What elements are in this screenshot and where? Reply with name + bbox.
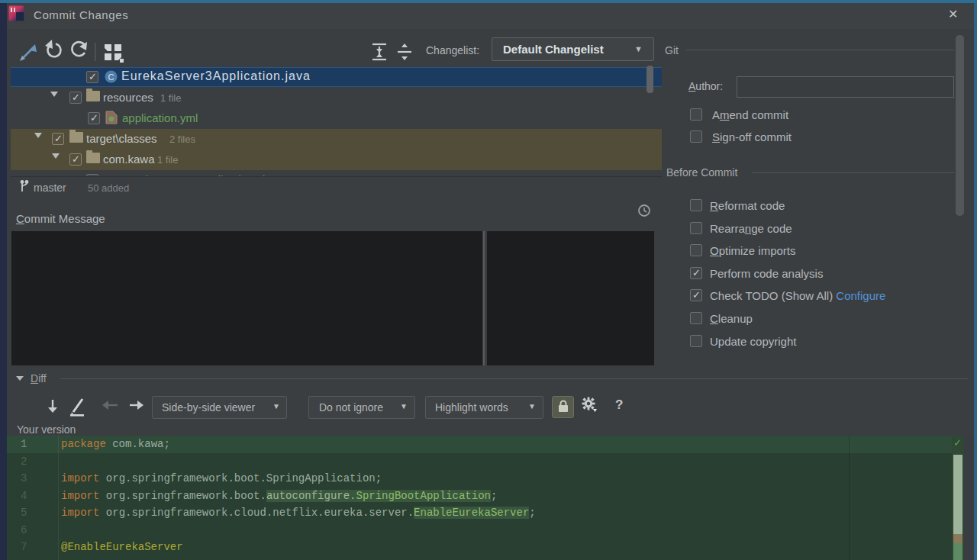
svg-text:C: C bbox=[108, 72, 114, 82]
